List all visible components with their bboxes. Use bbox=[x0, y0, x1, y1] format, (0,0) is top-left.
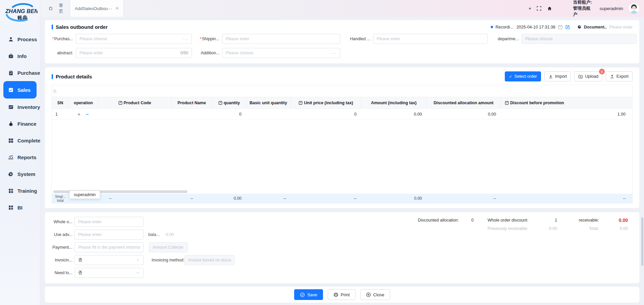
sidebar-item-complete[interactable]: Complete bbox=[0, 132, 40, 149]
sidebar-item-finance[interactable]: ¥Finance bbox=[0, 115, 40, 132]
document-icon bbox=[577, 25, 582, 29]
tab-home[interactable]: 首页 bbox=[40, 2, 70, 14]
invoicing-method-label: Invoicing method: bbox=[152, 258, 184, 262]
need-logistics-label: Need lo... bbox=[52, 270, 72, 275]
total-label: Singl...total bbox=[52, 194, 69, 203]
inventory-icon bbox=[8, 104, 14, 110]
whole-order-input[interactable] bbox=[78, 220, 140, 224]
abstract-label: abstract: bbox=[52, 51, 73, 55]
payment-field[interactable] bbox=[74, 242, 144, 252]
amount-collected-field bbox=[149, 242, 188, 252]
sales-icon bbox=[8, 87, 14, 93]
print-button[interactable]: Print bbox=[328, 289, 356, 300]
department-select[interactable] bbox=[522, 34, 637, 44]
popup-option[interactable]: superadmin bbox=[74, 192, 96, 197]
sidebar-item-info[interactable]: Info bbox=[0, 48, 40, 64]
cell-unit_price[interactable]: 0 bbox=[291, 109, 361, 120]
ellipsis-icon[interactable]: ··· bbox=[331, 51, 336, 56]
close-icon[interactable]: ✕ bbox=[115, 6, 119, 11]
column-settings-icon[interactable] bbox=[52, 88, 628, 94]
purchase-input[interactable] bbox=[79, 37, 183, 41]
chevron-down-icon bbox=[136, 258, 140, 262]
tab-add-sales-outbound[interactable]: AddSalesOutbou··· ✕ bbox=[70, 0, 124, 17]
add-row-icon[interactable]: + bbox=[77, 111, 80, 117]
select-order-button[interactable]: ✓ Select order bbox=[505, 71, 541, 81]
abstract-field[interactable]: 0/50 bbox=[76, 48, 192, 58]
chevron-down-icon bbox=[136, 271, 140, 275]
additional-input[interactable] bbox=[226, 51, 331, 55]
content: Sales outbound order Recordi... 2025-04-… bbox=[40, 17, 644, 305]
column-header-discount_before_promotion: Discount before promotion bbox=[501, 97, 632, 108]
document-input[interactable]: Please enter bbox=[609, 25, 633, 29]
sidebar-item-label: Sales bbox=[17, 87, 31, 93]
username[interactable]: superadmin bbox=[599, 6, 623, 11]
previously-receivable-value: 0.00 bbox=[528, 226, 557, 231]
import-button[interactable]: Import bbox=[544, 71, 571, 81]
sidebar-item-inventory[interactable]: Inventory bbox=[0, 99, 40, 115]
caret-down-icon[interactable]: ▾ bbox=[529, 6, 531, 11]
abstract-input[interactable] bbox=[79, 51, 180, 55]
payment-input[interactable] bbox=[78, 245, 140, 250]
cell-product_name bbox=[171, 109, 212, 120]
reports-icon bbox=[8, 155, 14, 160]
total-discounted_allocation: -- bbox=[427, 194, 501, 203]
edit-icon[interactable] bbox=[565, 24, 570, 29]
cell-quantity[interactable]: 0 bbox=[212, 109, 246, 120]
cell-sn: 1 bbox=[52, 109, 69, 120]
column-header-product_name: Product Name bbox=[171, 97, 212, 108]
upload-button[interactable]: Upload 0 bbox=[574, 71, 602, 81]
total-quantity: 0.00 bbox=[212, 194, 246, 203]
total-unit_price: -- bbox=[291, 194, 361, 203]
tab-bar: 首页 AddSalesOutbou··· ✕ bbox=[40, 0, 124, 17]
close-button[interactable]: Close bbox=[360, 289, 390, 300]
handled-field[interactable] bbox=[373, 34, 488, 44]
whole-order-discount-value: 1 bbox=[528, 218, 557, 223]
table-settings-strip bbox=[52, 85, 632, 97]
avatar[interactable] bbox=[629, 3, 639, 14]
save-button[interactable]: Save bbox=[294, 289, 323, 300]
tenant-switch[interactable]: 当前租户:管理员租户 bbox=[547, 0, 594, 17]
need-logistics-select[interactable]: 否 bbox=[74, 268, 144, 278]
total-amount: 0.00 bbox=[361, 194, 427, 203]
shipping-field[interactable] bbox=[222, 34, 340, 44]
export-button[interactable]: Export bbox=[606, 71, 633, 81]
calendar-icon[interactable] bbox=[558, 24, 563, 29]
ellipsis-icon[interactable]: ··· bbox=[183, 37, 188, 42]
fullscreen-icon[interactable] bbox=[536, 6, 542, 11]
autocomplete-popup[interactable]: superadmin bbox=[69, 191, 100, 199]
whole-order-field[interactable] bbox=[74, 217, 144, 227]
page-scrollbar[interactable] bbox=[641, 217, 643, 266]
sidebar-item-training[interactable]: Training bbox=[0, 182, 40, 199]
tab-label: AddSalesOutbou··· bbox=[75, 6, 112, 11]
action-bar: Save Print Close bbox=[45, 287, 639, 303]
discounted-allocation-value: 0 bbox=[459, 218, 478, 223]
sidebar-item-purchase[interactable]: Purchase bbox=[0, 64, 40, 81]
upload-icon bbox=[578, 74, 583, 79]
close-circle-icon bbox=[366, 292, 371, 297]
sidebar-item-process[interactable]: Process bbox=[0, 31, 40, 48]
cell-discount_before_promotion[interactable]: 1.00 bbox=[501, 109, 632, 120]
sidebar-item-sales[interactable]: Sales bbox=[3, 81, 37, 99]
use-advance-input[interactable] bbox=[78, 232, 140, 237]
sidebar-item-label: Process bbox=[17, 37, 37, 42]
invoicing-select[interactable]: 否 bbox=[74, 255, 144, 265]
cell-product_code[interactable] bbox=[98, 109, 171, 120]
column-header-product_code: Product Code bbox=[98, 97, 171, 108]
remove-row-icon[interactable]: − bbox=[86, 111, 89, 117]
additional-select[interactable]: ··· bbox=[222, 48, 340, 58]
clipboard-icon bbox=[8, 70, 14, 76]
sidebar-item-reports[interactable]: Reports bbox=[0, 149, 40, 166]
purchase-select[interactable]: ··· bbox=[76, 34, 192, 44]
sidebar-item-bi[interactable]: BI bbox=[0, 199, 40, 216]
topbar: 首页 AddSalesOutbou··· ✕ ▾ 当前租户:管理员租户 supe… bbox=[40, 0, 644, 17]
invoicing-method-field bbox=[184, 255, 235, 265]
use-advance-field[interactable] bbox=[74, 230, 144, 240]
shipping-label: *Shippin... bbox=[198, 37, 219, 41]
handled-input[interactable] bbox=[377, 37, 484, 41]
table-body: 1+−000.000.001.00 bbox=[52, 109, 632, 120]
sidebar-item-system[interactable]: System bbox=[0, 166, 40, 182]
balance-label: bala... bbox=[148, 232, 160, 237]
shipping-input[interactable] bbox=[226, 37, 336, 41]
total-discount_before_promotion: -- bbox=[501, 194, 632, 203]
amount-collected-input bbox=[153, 245, 184, 250]
